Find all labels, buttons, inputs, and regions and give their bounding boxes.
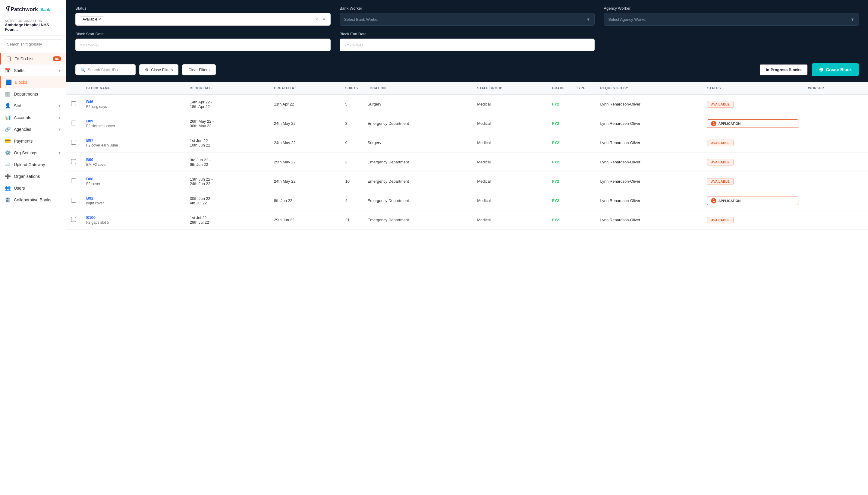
agency-worker-label: Agency Worker [604,6,859,11]
table-row: B90 EM F2 cover 3rd Jun 22 - 6th Jun 22 … [66,153,868,172]
table-row: B87 F2 cover early June 1st Jun 22 - 10t… [66,133,868,153]
block-id-link[interactable]: B90 [86,157,93,162]
block-name-cell: B46 F2 long days [81,95,185,114]
row-checkbox-cell [66,133,81,153]
header-shifts: SHIFTS [340,82,363,95]
status-filter-input[interactable]: Available ✕ ✕ ▼ [75,13,331,25]
staff-group-cell: Medical [472,114,547,133]
sidebar-item-blocks[interactable]: 🟦 Blocks [0,76,66,88]
row-checkbox-cell [66,114,81,133]
grade-cell: FY2 [547,95,571,114]
grade-value: FY2 [552,102,559,106]
created-at-cell: 11th Apr 22 [269,95,340,114]
sidebar-item-upload-gateway[interactable]: ☁️ Upload Gateway [0,158,66,170]
block-date-end: 24th Jun 22 [190,182,264,186]
create-block-plus-icon: ⊕ [819,66,823,73]
row-checkbox[interactable] [71,178,76,183]
grade-cell: FY2 [547,172,571,191]
row-checkbox[interactable] [71,217,76,222]
block-id-link[interactable]: B89 [86,119,93,123]
sidebar-item-accounts[interactable]: 📊 Accounts ▼ [0,112,66,123]
row-checkbox-cell [66,153,81,172]
users-label: Users [14,186,25,190]
block-sub-name: night cover [86,201,180,205]
sidebar-item-org-settings[interactable]: ⚙️ Org Settings ▼ [0,147,66,158]
location-cell: Emergency Department [363,114,473,133]
search-icon: 🔍 [81,68,85,72]
row-checkbox[interactable] [71,101,76,106]
header-location: LOCATION [363,82,473,95]
in-progress-blocks-button[interactable]: In-Progress Blocks [759,64,808,76]
sidebar-item-todo[interactable]: 📋 To Do List 86 [0,53,66,65]
logo-icon: ꟼ [5,5,9,13]
status-filter-group: Status Available ✕ ✕ ▼ [75,6,331,25]
agency-worker-dropdown-icon[interactable]: ▼ [851,17,854,22]
sidebar-item-shifts[interactable]: 📅 Shifts ▼ [0,65,66,76]
bank-worker-filter-input[interactable]: Select Bank Worker ▼ [340,13,595,25]
staff-group-cell: Medical [472,95,547,114]
block-id-link[interactable]: B92 [86,196,93,201]
block-sub-name: F2 gaps slot 5 [86,220,180,225]
sidebar-item-staff[interactable]: 👤 Staff ▼ [0,100,66,112]
status-tag-remove-icon[interactable]: ✕ [98,17,101,21]
block-date-start: 26th May 22 - [190,119,264,124]
created-at-cell: 29th Jun 22 [269,210,340,230]
sidebar-item-departments[interactable]: 🏢 Departments [0,88,66,100]
block-end-input[interactable]: YYYY-M-D [340,39,595,51]
block-start-input[interactable]: YYYY-M-D [75,39,331,51]
block-id-link[interactable]: B87 [86,138,93,142]
row-checkbox[interactable] [71,140,76,145]
status-dropdown-icon[interactable]: ▼ [322,17,326,22]
created-at-cell: 24th May 22 [269,114,340,133]
search-shift-input[interactable] [3,39,63,49]
requested-by-cell: Lynn Renardson-Oliver [595,95,702,114]
shifts-cell: 9 [340,133,363,153]
block-name-cell: B88 F2 cover [81,172,185,191]
close-filters-button[interactable]: ⚙ Close Filters [139,64,178,75]
block-end-label: Block End Date [340,32,595,36]
sidebar-item-collaborative-banks[interactable]: 🏦 Collaborative Banks [0,194,66,206]
agencies-icon: 🔗 [5,126,11,132]
upload-label: Upload Gateway [14,162,45,167]
active-org-section: ACTIVE ORGANISATION Ambridge Hospital NH… [0,17,66,36]
row-checkbox[interactable] [71,159,76,164]
sidebar-item-organisations[interactable]: ➕ Organisations [0,170,66,182]
staff-arrow-icon: ▼ [58,104,61,108]
row-checkbox[interactable] [71,121,76,125]
row-checkbox[interactable] [71,198,76,203]
create-block-button[interactable]: ⊕ Create Block [812,63,859,76]
block-sub-name: F2 cover [86,182,180,186]
status-badge: AVAILABLE [707,178,733,185]
bank-worker-dropdown-icon[interactable]: ▼ [586,17,590,22]
staff-group-cell: Medical [472,172,547,191]
sidebar-item-agencies[interactable]: 🔗 Agencies ▼ [0,123,66,135]
application-count-badge: 1 [711,121,716,126]
header-grade: GRADE [547,82,571,95]
grade-value: FY2 [552,160,559,164]
filter-section: Status Available ✕ ✕ ▼ Bank Worker [66,0,868,63]
search-block-ids-input[interactable]: 🔍 Search Block IDs [75,64,136,75]
users-icon: 👥 [5,185,11,191]
block-date-end: 30th May 22 [190,124,264,128]
bank-worker-placeholder: Select Bank Worker [344,17,379,22]
requested-by-cell: Lynn Renardson-Oliver [595,172,702,191]
block-id-link[interactable]: B46 [86,100,93,104]
sidebar-item-users[interactable]: 👥 Users [0,182,66,194]
grade-cell: FY2 [547,153,571,172]
location-cell: Surgery [363,133,473,153]
status-cell: 1 APPLICATION [702,191,803,210]
staff-icon: 👤 [5,103,11,108]
worker-cell [803,172,868,191]
status-clear-icon[interactable]: ✕ [315,17,318,22]
block-date-end: 29th Jul 22 [190,220,264,225]
agency-worker-filter-input[interactable]: Select Agency Worker ▼ [604,13,859,25]
clear-filters-button[interactable]: Clear Filters [182,64,216,75]
shifts-arrow-icon: ▼ [58,69,61,72]
staff-label: Staff [14,103,23,108]
block-id-link[interactable]: B100 [86,215,96,220]
logo-bank-text: Bank [40,7,50,12]
sidebar-item-payments[interactable]: 💳 Payments [0,135,66,147]
status-tag: Available ✕ [80,16,104,22]
block-start-placeholder: YYYY-M-D [80,43,99,47]
block-id-link[interactable]: B88 [86,177,93,181]
